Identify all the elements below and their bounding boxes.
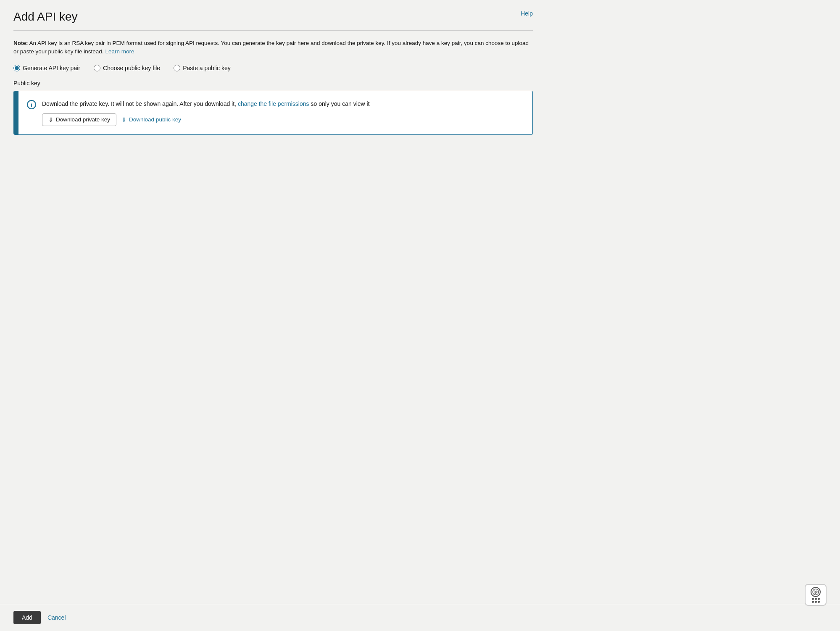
dot-2 bbox=[815, 598, 817, 600]
download-private-label: Download private key bbox=[56, 116, 110, 123]
footer-bar: Add Cancel bbox=[0, 604, 840, 631]
info-text-area: Download the private key. It will not be… bbox=[42, 100, 370, 126]
learn-more-link[interactable]: Learn more bbox=[105, 48, 134, 55]
download-private-key-button[interactable]: ⇓ Download private key bbox=[42, 113, 116, 126]
svg-point-5 bbox=[814, 592, 814, 592]
public-key-label: Public key bbox=[13, 80, 533, 87]
info-message: Download the private key. It will not be… bbox=[42, 100, 370, 108]
note-prefix: Note: bbox=[13, 40, 28, 46]
change-file-permissions-link[interactable]: change the file permissions bbox=[238, 100, 309, 107]
info-message-suffix: so only you can view it bbox=[311, 100, 369, 107]
dot-5 bbox=[815, 601, 817, 603]
download-private-icon: ⇓ bbox=[48, 116, 53, 123]
radio-generate[interactable] bbox=[13, 65, 20, 71]
radio-generate-label: Generate API key pair bbox=[23, 65, 80, 71]
radio-paste-label: Paste a public key bbox=[183, 65, 231, 71]
help-widget-dots bbox=[812, 598, 820, 603]
help-widget[interactable] bbox=[805, 584, 827, 606]
info-box-content: i Download the private key. It will not … bbox=[18, 91, 532, 134]
radio-choose-label: Choose public key file bbox=[103, 65, 160, 71]
svg-text:i: i bbox=[31, 102, 32, 108]
note-section: Note: An API key is an RSA key pair in P… bbox=[13, 39, 533, 56]
dot-3 bbox=[818, 598, 820, 600]
radio-choose[interactable] bbox=[94, 65, 100, 71]
cancel-button[interactable]: Cancel bbox=[47, 614, 66, 621]
info-icon: i bbox=[27, 100, 36, 109]
info-message-text: Download the private key. It will not be… bbox=[42, 100, 236, 107]
page-title: Add API key bbox=[13, 10, 78, 24]
radio-option-paste[interactable]: Paste a public key bbox=[174, 65, 231, 71]
help-link[interactable]: Help bbox=[521, 10, 533, 17]
svg-point-6 bbox=[815, 593, 816, 594]
add-button[interactable]: Add bbox=[13, 611, 41, 624]
page-header: Add API key Help bbox=[13, 10, 533, 31]
download-public-key-button[interactable]: ⇓ Download public key bbox=[121, 116, 181, 123]
note-text: An API key is an RSA key pair in PEM for… bbox=[13, 40, 529, 55]
dot-6 bbox=[818, 601, 820, 603]
dot-1 bbox=[812, 598, 814, 600]
download-public-label: Download public key bbox=[129, 116, 181, 123]
dot-4 bbox=[812, 601, 814, 603]
radio-option-generate[interactable]: Generate API key pair bbox=[13, 65, 80, 71]
download-public-icon: ⇓ bbox=[121, 116, 126, 123]
radio-paste[interactable] bbox=[174, 65, 180, 71]
download-button-row: ⇓ Download private key ⇓ Download public… bbox=[42, 113, 370, 126]
info-box: i Download the private key. It will not … bbox=[13, 91, 533, 135]
key-type-radio-group: Generate API key pair Choose public key … bbox=[13, 65, 533, 71]
radio-option-choose[interactable]: Choose public key file bbox=[94, 65, 160, 71]
help-widget-circle-icon bbox=[811, 587, 821, 597]
svg-point-7 bbox=[817, 592, 818, 592]
help-widget-inner bbox=[811, 587, 821, 603]
info-box-accent-bar bbox=[13, 91, 18, 134]
